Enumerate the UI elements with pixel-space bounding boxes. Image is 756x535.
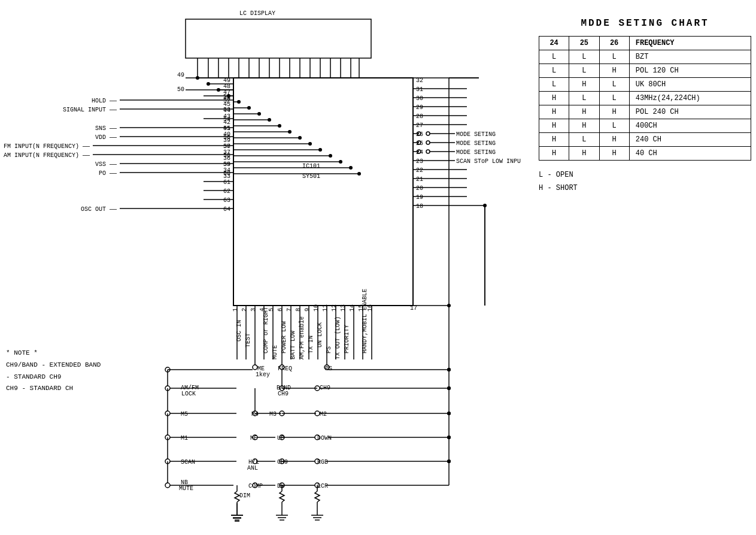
svg-text:TX IN: TX IN [308,335,314,353]
svg-text:13: 13 [340,304,347,312]
svg-text:DW: DW [277,483,284,489]
svg-text:51: 51 [223,93,230,100]
svg-text:FM INPUT(N FREQUENCY) ——: FM INPUT(N FREQUENCY) —— [4,143,90,150]
svg-text:1key: 1key [256,371,270,378]
svg-text:M2: M2 [320,411,327,418]
svg-text:MODE SETING: MODE SETING [456,149,496,156]
svg-text:21: 21 [416,176,423,183]
svg-point-321 [447,368,451,371]
svg-text:ANL: ANL [247,465,258,471]
svg-text:9: 9 [304,308,311,312]
svg-text:CH9: CH9 [278,391,289,397]
svg-text:6: 6 [277,308,284,312]
svg-text:HOLD ——: HOLD —— [92,98,117,104]
svg-point-72 [349,166,353,170]
svg-text:SCAN: SCAN [181,459,195,466]
svg-text:AM INPUT(N FREQUENCY) ——: AM INPUT(N FREQUENCY) —— [4,152,90,159]
svg-text:UN LOCK: UN LOCK [317,322,323,347]
legend-h: H - SHORT [539,182,751,195]
svg-text:62: 62 [223,188,230,195]
svg-point-68 [308,142,312,146]
svg-text:30: 30 [416,95,423,102]
svg-text:M3: M3 [269,411,277,418]
svg-text:MODE SETING: MODE SETING [456,131,496,138]
svg-point-323 [447,412,451,415]
svg-point-69 [318,148,322,152]
svg-point-73 [357,172,361,176]
chart-table: 24 25 26 FREQUENCY LLLBZTLLHPOL 120 CHLH… [539,36,751,161]
svg-text:1: 1 [232,308,239,312]
table-row: HHHPOL 240 CH [539,105,751,119]
table-row: LHLUK 80CH [539,78,751,92]
notes-area: * NOTE * CH9/BAND - EXTENDED BAND - STAN… [6,347,101,395]
svg-text:M5: M5 [181,411,188,418]
svg-text:DIM: DIM [239,492,250,499]
svg-point-58 [207,82,210,86]
svg-text:POWER LOW: POWER LOW [281,321,287,353]
svg-point-71 [339,160,342,164]
svg-text:COMP or RIGHT: COMP or RIGHT [263,307,269,353]
svg-text:AM,FM enable: AM,FM enable [299,316,305,359]
svg-text:OSC OUT ——: OSC OUT —— [81,206,117,213]
svg-text:PS: PS [326,346,332,353]
table-row: HHL400CH [539,119,751,133]
svg-point-136 [426,141,430,144]
table-row: HHH40 CH [539,147,751,161]
svg-text:2: 2 [241,308,248,312]
svg-point-130 [426,132,430,135]
svg-text:12: 12 [331,304,338,312]
svg-text:55: 55 [223,125,230,132]
svg-text:64: 64 [223,206,230,213]
svg-text:TX OUT (LOW): TX OUT (LOW) [335,316,341,359]
svg-text:COMP: COMP [248,483,263,489]
svg-text:23: 23 [416,158,423,165]
svg-rect-2 [186,19,371,58]
svg-text:M1: M1 [181,435,188,442]
svg-point-70 [329,154,332,158]
mode-seting-chart: MDDE SETING CHART 24 25 26 FREQUENCY LLL… [539,18,751,195]
table-row: LLLBZT [539,50,751,64]
chart-title: MDDE SETING CHART [539,18,751,29]
svg-text:BATT LOW: BATT LOW [290,331,296,359]
svg-point-61 [237,100,241,104]
svg-text:58: 58 [223,152,230,159]
svg-text:VSS ——: VSS —— [95,161,117,168]
svg-text:59: 59 [223,161,230,168]
legend-l: L - OPEN [539,169,751,182]
svg-text:60: 60 [223,170,230,177]
svg-text:31: 31 [416,86,423,93]
svg-text:28: 28 [416,113,423,120]
svg-text:29: 29 [416,104,423,111]
col-header-26: 26 [599,37,629,50]
main-container: LC DISPLAY IC101 SY501 49 48 47 46 45 [0,0,756,535]
svg-text:7: 7 [286,308,293,312]
svg-text:SIGNAL INPUT ——: SIGNAL INPUT —— [63,107,117,113]
svg-text:3: 3 [250,308,257,312]
svg-text:20: 20 [416,185,423,192]
svg-text:HANDY,MOBIL ENABLE: HANDY,MOBIL ENABLE [362,289,368,353]
notes-title: * NOTE * [6,347,101,359]
svg-text:27: 27 [416,122,423,129]
chart-legend: L - OPEN H - SHORT [539,169,751,195]
svg-text:8: 8 [295,308,302,312]
svg-text:PRIORITY: PRIORITY [344,325,350,353]
svg-text:VDD ——: VDD —— [95,134,117,141]
svg-text:CH9: CH9 [277,459,288,466]
svg-text:SCAN SToP LOW INPUT: SCAN SToP LOW INPUT [456,158,521,165]
table-row: HLH240 CH [539,133,751,147]
svg-text:57: 57 [223,143,230,150]
table-row: LLHPOL 120 CH [539,64,751,78]
svg-text:PO ——: PO —— [99,170,117,177]
svg-point-64 [268,118,271,122]
svg-text:ME: ME [250,435,257,442]
svg-text:11: 11 [322,304,329,312]
svg-text:SNS ——: SNS —— [95,125,117,132]
svg-text:49: 49 [177,72,184,78]
table-row: HLL43MHz(24,224CH) [539,92,751,105]
svg-text:56: 56 [223,134,230,141]
svg-text:54: 54 [223,116,230,123]
svg-text:LC DISPLAY: LC DISPLAY [239,10,275,17]
svg-point-66 [288,130,292,134]
svg-text:18: 18 [416,203,423,210]
svg-text:50: 50 [177,86,184,93]
